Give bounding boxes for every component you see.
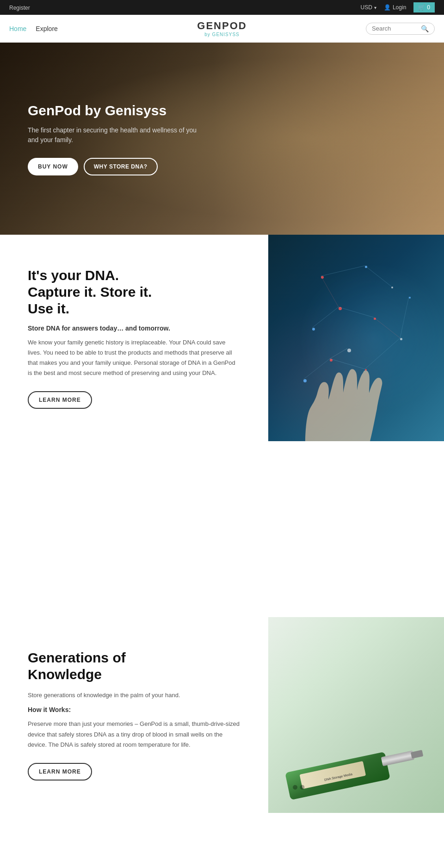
gen-image-right: DNA Storage Media — [268, 617, 444, 812]
cart-icon: 🛒 — [418, 4, 425, 11]
hand-icon — [268, 349, 444, 441]
generations-section: Generations of Knowledge Store generatio… — [0, 617, 444, 812]
how-it-works-label: How it Works: — [28, 706, 240, 713]
dna-section-subtitle: Store DNA for answers today… and tomorro… — [28, 325, 240, 332]
main-nav: Home Explore GENPOD by GENISYSS 🔍 — [0, 15, 444, 43]
logo-main-text: GENPOD — [197, 20, 247, 32]
svg-line-5 — [374, 318, 400, 338]
gen-section-title: Generations of Knowledge — [28, 649, 240, 683]
buy-now-button[interactable]: BUY NOW — [28, 158, 78, 175]
search-form[interactable]: 🔍 — [366, 23, 435, 35]
svg-rect-16 — [381, 750, 415, 766]
top-bar-left: Register — [9, 3, 30, 12]
dna-image-right — [268, 235, 444, 441]
gen-section-subtitle: Store generations of knowledge in the pa… — [28, 690, 240, 700]
gen-content-left: Generations of Knowledge Store generatio… — [0, 617, 268, 812]
currency-selector[interactable]: USD — [361, 4, 376, 11]
svg-line-0 — [321, 266, 365, 276]
usb-svg: DNA Storage Media — [278, 730, 435, 804]
hero-subtitle: The first chapter in securing the health… — [28, 125, 204, 145]
gen-learn-more-button[interactable]: LEARN MORE — [28, 763, 92, 781]
hero-buttons: BUY NOW WHY STORE DNA? — [28, 158, 204, 175]
search-icon: 🔍 — [421, 25, 429, 32]
svg-line-3 — [312, 307, 339, 328]
svg-line-6 — [400, 297, 409, 338]
site-logo[interactable]: GENPOD by GENISYSS — [197, 20, 247, 37]
gen-section-body: Preserve more than just your memories – … — [28, 719, 240, 749]
svg-line-4 — [339, 307, 374, 317]
network-dots — [268, 235, 444, 441]
svg-line-2 — [321, 276, 339, 307]
nav-explore-link[interactable]: Explore — [36, 25, 57, 32]
hero-content: GenPod by Genisyss The first chapter in … — [0, 84, 231, 194]
cart-button[interactable]: 🛒 0 — [413, 2, 435, 12]
hero-section: GenPod by Genisyss The first chapter in … — [0, 43, 444, 235]
dna-section-title: It's your DNA. Capture it. Store it. Use… — [28, 267, 240, 317]
search-input[interactable] — [372, 25, 418, 32]
usb-device-image: DNA Storage Media — [278, 730, 435, 794]
register-link[interactable]: Register — [9, 5, 30, 11]
nav-left: Home Explore — [9, 25, 58, 32]
hero-title: GenPod by Genisyss — [28, 102, 204, 119]
dna-section-body: We know your family genetic history is i… — [28, 337, 240, 378]
nav-home-link[interactable]: Home — [9, 25, 26, 32]
top-bar-right: USD 👤 Login 🛒 0 — [361, 2, 435, 12]
why-store-dna-button[interactable]: WHY STORE DNA? — [84, 158, 158, 175]
dna-content-left: It's your DNA. Capture it. Store it. Use… — [0, 235, 268, 441]
top-bar: Register USD 👤 Login 🛒 0 — [0, 0, 444, 15]
carousel-section — [0, 441, 444, 617]
logo-sub-text: by GENISYSS — [197, 32, 247, 37]
dna-section: It's your DNA. Capture it. Store it. Use… — [0, 235, 444, 441]
dna-learn-more-button[interactable]: LEARN MORE — [28, 391, 92, 409]
login-link[interactable]: 👤 Login — [384, 4, 406, 11]
user-icon: 👤 — [384, 4, 391, 11]
svg-line-1 — [365, 266, 391, 287]
currency-chevron-icon — [374, 4, 376, 11]
